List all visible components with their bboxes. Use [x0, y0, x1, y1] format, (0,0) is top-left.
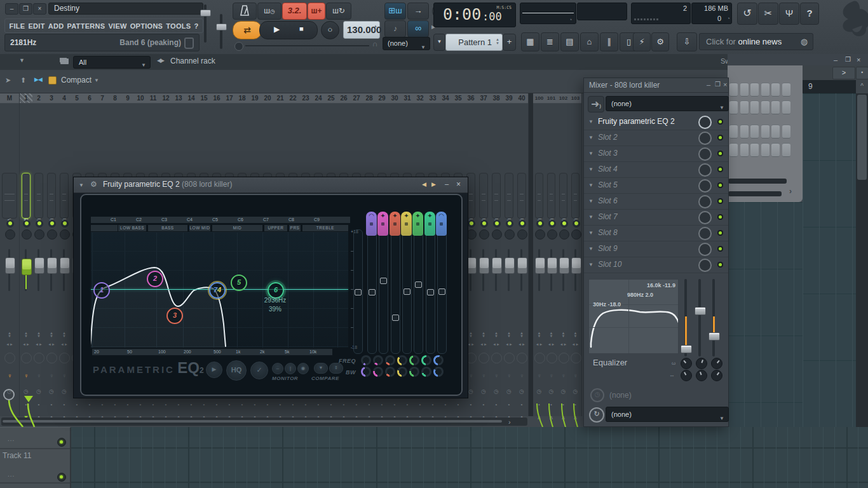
slot-enable-led[interactable]: [717, 119, 723, 125]
band-slider-cap[interactable]: ✦: [377, 212, 388, 236]
slot-label[interactable]: Slot 5: [598, 180, 618, 189]
app-close-button[interactable]: ×: [33, 3, 46, 15]
track-toggle[interactable]: [34, 173, 43, 219]
mixer-track-strip[interactable]: 100Insert 100▲▼◄►♀◷•ᴧ: [533, 93, 546, 416]
track-led[interactable]: [519, 220, 526, 227]
track-number[interactable]: 27: [350, 93, 363, 104]
eq-band-handle-3[interactable]: 3: [166, 308, 183, 324]
slot-label[interactable]: Slot 8: [598, 228, 618, 237]
track-led[interactable]: [573, 220, 580, 227]
track-number[interactable]: 39: [503, 93, 515, 104]
menu-item-file[interactable]: FILE: [9, 22, 25, 30]
track-number[interactable]: 28: [363, 93, 376, 104]
slot-mix-knob[interactable]: [698, 179, 712, 193]
panel-slider-handle-3[interactable]: [709, 332, 720, 341]
bg-close-button[interactable]: ×: [857, 56, 860, 64]
track-toggle[interactable]: [547, 173, 555, 219]
rack-scrollbar-1[interactable]: [728, 179, 787, 184]
track11-label[interactable]: Track 11: [3, 451, 31, 460]
step-button[interactable]: [771, 83, 780, 97]
eye-icon[interactable]: ◔: [569, 17, 572, 23]
mixer-track-strip[interactable]: 2Insert 2▲▼◄►♀◷•ᴧ: [32, 93, 46, 416]
filter-selector[interactable]: All▼: [73, 56, 151, 69]
piano-roll-button[interactable]: ▤: [560, 32, 579, 51]
step-button[interactable]: [750, 125, 759, 139]
bg-maximize-button[interactable]: ❐: [845, 56, 851, 63]
record-arm-icon[interactable]: ♀: [45, 372, 58, 379]
track-number[interactable]: 21: [274, 93, 287, 104]
track-number[interactable]: 15: [198, 93, 210, 104]
bw-knob-7[interactable]: [433, 367, 444, 377]
typing-keyboard-button[interactable]: ⊞ш: [384, 3, 406, 20]
playlist-v-thumb[interactable]: [857, 95, 867, 180]
track-number[interactable]: 103: [569, 93, 581, 104]
track-number[interactable]: 102: [557, 93, 569, 104]
mixer-color-icon[interactable]: [48, 76, 57, 85]
step-button[interactable]: [782, 143, 790, 157]
track-number[interactable]: 7: [96, 93, 109, 104]
eq-next-preset-arrow[interactable]: ▶: [431, 181, 436, 187]
stereo-sep-arrows[interactable]: ▲▼: [20, 332, 32, 338]
send-knob[interactable]: [478, 353, 489, 363]
volume-fader[interactable]: [547, 257, 557, 274]
freq-knob-3[interactable]: [385, 355, 395, 365]
stop-button[interactable]: ■: [299, 25, 304, 32]
track-number[interactable]: 37: [477, 93, 490, 104]
mixer-panel-titlebar[interactable]: Mixer - 808 lord killer – ❐ ×: [584, 78, 728, 93]
step-button[interactable]: [740, 83, 749, 97]
eq-prev-preset-arrow[interactable]: ◀: [422, 181, 426, 187]
record-arm-icon[interactable]: ♀: [533, 372, 545, 379]
panel-knob-4[interactable]: [681, 370, 692, 381]
track-number[interactable]: 4: [58, 93, 71, 104]
send-knob[interactable]: [504, 353, 515, 363]
help-button[interactable]: ?: [800, 3, 819, 25]
slot-mix-knob[interactable]: [698, 163, 712, 177]
time-selector-value[interactable]: (none): [609, 391, 632, 400]
mixer-track-strip[interactable]: 101Insert 101▲▼◄►♀◷•ᴧ: [545, 93, 558, 416]
band-slider-cap[interactable]: ✦: [424, 212, 435, 236]
loop-record-mode-button[interactable]: ш↻: [326, 3, 351, 20]
slot-arrow[interactable]: ▼: [588, 262, 593, 268]
eq-graph[interactable]: 12374562936Hz39%: [91, 232, 348, 348]
volume-fader[interactable]: [22, 259, 32, 275]
time-mode-label[interactable]: M:S:CS: [497, 5, 512, 10]
midi-arrow-button[interactable]: →: [407, 3, 429, 20]
bg-minimize-button[interactable]: –: [834, 56, 837, 64]
input-selector[interactable]: (none)▼: [606, 96, 729, 111]
effect-slot-4[interactable]: ▼ Slot 4: [584, 161, 728, 178]
track-number[interactable]: 40: [515, 93, 528, 104]
mixer-track-strip[interactable]: 1808 lo..killer▲▼◄►♀◷•▼: [20, 93, 33, 416]
slot-mix-knob[interactable]: [698, 132, 712, 145]
track-number[interactable]: 1: [20, 93, 32, 104]
volume-fader[interactable]: [492, 257, 502, 274]
app-minimize-button[interactable]: –: [5, 3, 18, 15]
track-number[interactable]: 12: [159, 93, 172, 104]
cut-tool-button[interactable]: ✂: [758, 3, 778, 25]
menu-item-tools[interactable]: TOOLS: [166, 22, 191, 30]
project-title[interactable]: Destiny: [48, 3, 203, 15]
stereo-sep-arrows[interactable]: ▲▼: [503, 332, 515, 338]
panel-knob-2[interactable]: [696, 358, 707, 369]
main-pitch-handle[interactable]: [216, 24, 227, 30]
slot-label[interactable]: Slot 4: [598, 165, 618, 173]
send-knob[interactable]: [34, 353, 44, 363]
effect-slot-8[interactable]: ▼ Slot 8: [584, 225, 728, 241]
step-button[interactable]: [761, 143, 770, 157]
mixer-view-mode[interactable]: Compact: [61, 76, 92, 85]
wait-for-input-button[interactable]: ш◷: [257, 3, 281, 20]
gear-icon[interactable]: ⚙: [90, 180, 97, 189]
stereo-sep-arrows[interactable]: ▲▼: [32, 332, 45, 338]
track-toggle[interactable]: [517, 173, 526, 219]
output-routing-icon[interactable]: ↻: [589, 407, 604, 423]
track-led[interactable]: [560, 220, 568, 227]
panel-knob-6[interactable]: [711, 370, 722, 381]
effect-slot-2[interactable]: ▼ Slot 2: [584, 130, 728, 146]
send-knob[interactable]: [517, 353, 527, 363]
stereo-sep-arrows[interactable]: ▲▼: [533, 332, 545, 338]
pattern-add-button[interactable]: +: [503, 34, 516, 51]
slot-arrow[interactable]: ▼: [588, 246, 593, 252]
track-number[interactable]: 19: [248, 93, 261, 104]
slot-arrow[interactable]: ▼: [588, 198, 593, 204]
track10-dots[interactable]: ...: [8, 435, 15, 442]
band-gain-handle[interactable]: [427, 289, 434, 295]
